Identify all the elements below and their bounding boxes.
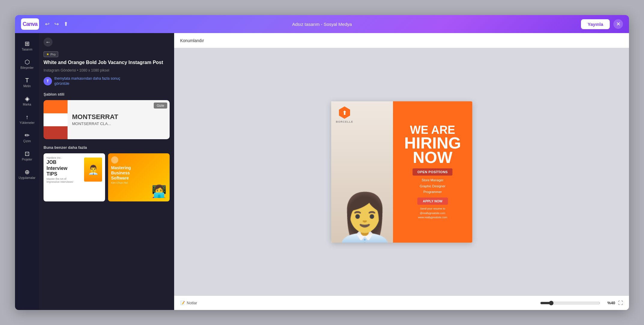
- job-tips-content: Hardere Inc. JOBInterviewTIPS Master the…: [47, 156, 73, 183]
- sidebar-item-cizim[interactable]: ✏ Çizim: [16, 129, 38, 146]
- bilesen-icon: ⬡: [25, 59, 30, 65]
- positions-list: Store Manager Graphic Designer Programme…: [420, 177, 446, 195]
- konumlandir-text: Konumlandır: [180, 38, 204, 43]
- yuklemeler-icon: ↑: [26, 114, 29, 120]
- job-tips-person-icon: 👨‍💼: [84, 158, 102, 182]
- style-font-large: MONTSERRAT: [72, 114, 165, 120]
- borcelle-logo: ⬆ BORCELLE: [336, 106, 354, 127]
- marka-label: Marka: [23, 103, 31, 106]
- uygulamalar-label: Uygulamalar: [19, 176, 35, 180]
- close-button[interactable]: ✕: [613, 19, 623, 29]
- apply-now-button: APPLY NOW: [417, 198, 448, 205]
- zoom-value: %40: [603, 301, 615, 305]
- author-avatar: T: [44, 77, 52, 85]
- zoom-controls: %40 ⛶: [540, 300, 623, 306]
- borcelle-hex-icon: ⬆: [338, 106, 351, 119]
- uygulamalar-icon: ⊕: [25, 169, 30, 175]
- redo-icon[interactable]: ↪: [54, 21, 59, 27]
- zoom-slider-container: [540, 301, 600, 305]
- cizim-label: Çizim: [23, 140, 31, 143]
- topbar-right: Yayınla ✕: [581, 19, 623, 29]
- konumlandir-bar: Konumlandır: [174, 33, 629, 48]
- biz-title: MasteringBusinessSoftware: [111, 165, 167, 180]
- hide-style-button[interactable]: Gizle: [154, 103, 167, 109]
- open-positions-button: OPEN POSİTİONS: [413, 168, 452, 176]
- canvas-workspace[interactable]: ⬆ BORCELLE 👩‍💼: [174, 48, 629, 296]
- canva-logo[interactable]: Canva: [21, 18, 39, 30]
- bottom-bar: 📝 Notlar %40 ⛶: [174, 296, 629, 310]
- color-swatch-white: [44, 113, 68, 126]
- panel-back: ←: [44, 38, 170, 47]
- bilesen-label: Bileşenler: [20, 66, 34, 70]
- tasarim-icon: ⊞: [25, 41, 30, 47]
- business-card: MasteringBusinessSoftware Kim Chun Hei 👩…: [108, 153, 170, 201]
- pro-badge: ★ Pro: [44, 51, 58, 57]
- notes-icon: 📝: [180, 301, 185, 305]
- pro-star-icon: ★: [46, 52, 49, 56]
- style-card-inner: MONTSERRAT MONTSERRAT CLA...: [44, 100, 170, 139]
- topbar-left: Canva ↩ ↪ ⬆: [21, 18, 68, 30]
- sidebar-item-projeler[interactable]: ⊡ Projeler: [16, 148, 38, 164]
- yuklemeler-label: Yüklemeler: [20, 121, 35, 125]
- contact-text: Send your resume to @reallygreatsite.com…: [418, 207, 447, 219]
- sidebar-item-marka[interactable]: ◈ Marka: [16, 93, 38, 109]
- notes-button[interactable]: 📝 Notlar: [180, 301, 197, 305]
- metin-icon: T: [25, 77, 29, 83]
- share-icon[interactable]: ⬆: [64, 21, 68, 27]
- similar-section-title: Buna benzer daha fazla: [44, 145, 170, 150]
- style-colors: [44, 100, 68, 139]
- hiring-text-area: WE ARE HIRING NOW OPEN POSİTİONS Store M…: [393, 101, 472, 243]
- topbar-icons: ↩ ↪ ⬆: [45, 21, 68, 27]
- sidebar-item-metin[interactable]: T Metin: [16, 74, 38, 91]
- job-interview-title: JOBInterviewTIPS: [47, 159, 73, 177]
- template-meta: Instagram Gönderisi • 1080 x 1080 piksel: [44, 68, 170, 72]
- person-emoji: 👩‍💼: [335, 195, 395, 243]
- job-tips-card: Hardere Inc. JOBInterviewTIPS Master the…: [44, 153, 105, 201]
- hiring-text: HIRING: [404, 136, 461, 150]
- template-title: White and Orange Bold Job Vacancy Instag…: [44, 60, 170, 66]
- sidebar-item-yuklemeler[interactable]: ↑ Yüklemeler: [16, 111, 38, 128]
- back-arrow-button[interactable]: ←: [44, 38, 53, 47]
- left-panel: ← ★ Pro White and Orange Bold Job Vacanc…: [39, 33, 174, 310]
- metin-label: Metin: [23, 84, 31, 88]
- now-text: NOW: [413, 150, 452, 165]
- author-text: themytata markasından daha fazla sonuç g…: [54, 76, 120, 86]
- sidebar-item-uygulamalar[interactable]: ⊕ Uygulamalar: [16, 166, 38, 183]
- topbar-title: Adsız tasarım - Sosyal Medya: [292, 22, 352, 27]
- job-interview-subtitle: Master the Art ofImpressive Interviews!: [47, 177, 73, 183]
- zoom-slider[interactable]: [540, 301, 600, 305]
- job-tips-logo: Hardere Inc.: [47, 156, 73, 159]
- borcelle-logo-text: BORCELLE: [336, 120, 353, 123]
- cizim-icon: ✏: [25, 132, 30, 138]
- fullscreen-icon[interactable]: ⛶: [618, 300, 623, 306]
- similar-item-job-tips[interactable]: Hardere Inc. JOBInterviewTIPS Master the…: [44, 153, 105, 201]
- color-swatch-orange: [44, 100, 68, 113]
- biz-person-icon: 👩‍💻: [152, 184, 167, 198]
- template-author: T themytata markasından daha fazla sonuç…: [44, 76, 170, 86]
- job-tips-top: Hardere Inc. JOBInterviewTIPS Master the…: [47, 156, 102, 183]
- marka-icon: ◈: [25, 96, 29, 102]
- author-link[interactable]: görüntüle: [54, 81, 69, 86]
- svg-text:⬆: ⬆: [342, 110, 347, 116]
- content-area: ⊞ Tasarım ⬡ Bileşenler T Metin ◈ Marka ↑…: [15, 33, 629, 310]
- style-card[interactable]: MONTSERRAT MONTSERRAT CLA... Gizle: [44, 100, 170, 139]
- style-font-small: MONTSERRAT CLA...: [72, 121, 165, 126]
- projeler-label: Projeler: [22, 158, 32, 161]
- design-card: ⬆ BORCELLE 👩‍💼: [331, 101, 472, 243]
- sidebar-icons: ⊞ Tasarım ⬡ Bileşenler T Metin ◈ Marka ↑…: [15, 33, 39, 310]
- undo-icon[interactable]: ↩: [45, 21, 50, 27]
- projeler-icon: ⊡: [25, 151, 30, 157]
- sidebar-item-bilesen[interactable]: ⬡ Bileşenler: [16, 56, 38, 73]
- tasarim-label: Tasarım: [22, 48, 32, 51]
- sidebar-item-tasarim[interactable]: ⊞ Tasarım: [16, 38, 38, 54]
- logo-area: ⬆ BORCELLE: [336, 106, 354, 127]
- publish-button[interactable]: Yayınla: [581, 19, 610, 29]
- similar-item-business[interactable]: MasteringBusinessSoftware Kim Chun Hei 👩…: [108, 153, 170, 201]
- biz-subtitle: Kim Chun Hei: [111, 181, 167, 184]
- main-window: Canva ↩ ↪ ⬆ Adsız tasarım - Sosyal Medya…: [15, 15, 629, 310]
- topbar: Canva ↩ ↪ ⬆ Adsız tasarım - Sosyal Medya…: [15, 15, 629, 33]
- color-swatch-red: [44, 126, 68, 139]
- canvas-area: Konumlandır ⬆ BORCELLE: [174, 33, 629, 310]
- notes-label: Notlar: [187, 301, 197, 305]
- biz-logo-circle: [111, 156, 118, 164]
